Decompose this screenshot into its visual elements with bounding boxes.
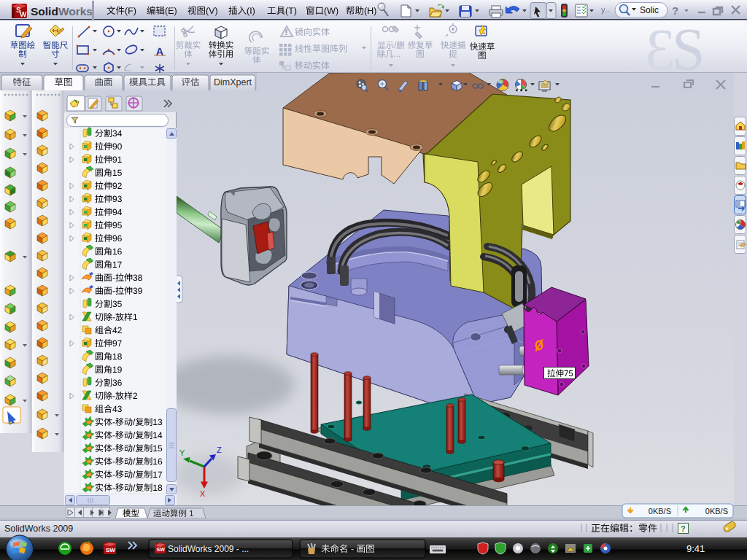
svg-text:Y: Y — [179, 448, 185, 457]
svg-text:SolidWorks 2009 - ...: SolidWorks 2009 - ... — [168, 544, 249, 554]
svg-text:Z: Z — [217, 446, 222, 454]
svg-text:3: 3 — [646, 18, 675, 82]
svg-text:0KB/S: 0KB/S — [649, 507, 671, 516]
svg-text:?: ? — [672, 4, 678, 17]
svg-text:X: X — [200, 489, 206, 498]
svg-text:?: ? — [681, 524, 686, 533]
svg-text:0KB/S: 0KB/S — [705, 507, 728, 516]
svg-text:SolidWorks 2009: SolidWorks 2009 — [4, 524, 73, 534]
svg-text:SW: SW — [106, 547, 115, 553]
svg-text:Solic: Solic — [640, 5, 659, 15]
svg-text:SolidWorks: SolidWorks — [31, 5, 93, 18]
svg-text:DimXpert: DimXpert — [214, 77, 252, 88]
svg-text:9:41: 9:41 — [686, 543, 705, 554]
svg-text:SW: SW — [157, 547, 166, 552]
svg-text:S: S — [672, 16, 705, 82]
